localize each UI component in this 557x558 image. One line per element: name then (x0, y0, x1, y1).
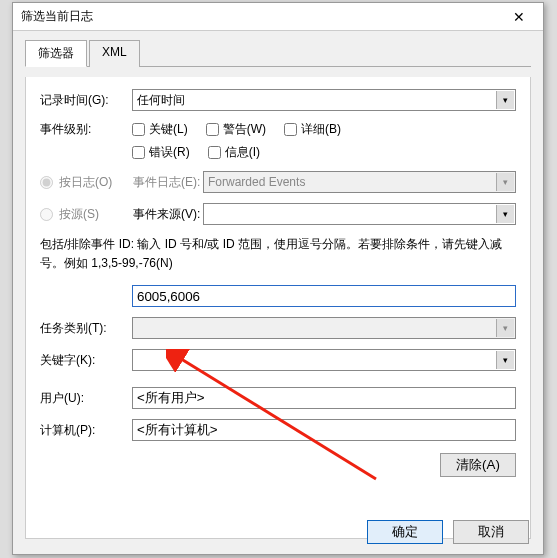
combo-eventlogs: Forwarded Events ▾ (203, 171, 516, 193)
label-bysource: 按源(S) (59, 206, 133, 223)
dialog-window: 筛选当前日志 ✕ 筛选器 XML 记录时间(G): 任何时间 ▾ 事件级别: 关… (12, 2, 544, 555)
cb-verbose[interactable]: 详细(B) (284, 121, 341, 138)
combo-eventsources[interactable]: ▾ (203, 203, 516, 225)
label-computer: 计算机(P): (40, 422, 132, 439)
help-text: 包括/排除事件 ID: 输入 ID 号和/或 ID 范围，使用逗号分隔。若要排除… (40, 235, 516, 273)
cb-error[interactable]: 错误(R) (132, 144, 190, 161)
chevron-down-icon: ▾ (496, 173, 514, 191)
label-logged: 记录时间(G): (40, 92, 132, 109)
combo-keywords[interactable]: ▾ (132, 349, 516, 371)
cb-info[interactable]: 信息(I) (208, 144, 260, 161)
input-eventids[interactable] (132, 285, 516, 307)
combo-task: ▾ (132, 317, 516, 339)
label-task: 任务类别(T): (40, 320, 132, 337)
clear-button[interactable]: 清除(A) (440, 453, 516, 477)
label-keywords: 关键字(K): (40, 352, 132, 369)
input-user[interactable] (132, 387, 516, 409)
chevron-down-icon: ▾ (496, 91, 514, 109)
ok-button[interactable]: 确定 (367, 520, 443, 544)
chevron-down-icon: ▾ (496, 205, 514, 223)
combo-eventlogs-value: Forwarded Events (208, 175, 305, 189)
chevron-down-icon: ▾ (496, 319, 514, 337)
cb-warning[interactable]: 警告(W) (206, 121, 266, 138)
label-eventsources: 事件来源(V): (133, 206, 203, 223)
tab-row: 筛选器 XML (25, 39, 531, 67)
input-computer[interactable] (132, 419, 516, 441)
label-eventlogs: 事件日志(E): (133, 174, 203, 191)
label-level: 事件级别: (40, 121, 132, 138)
label-bylog: 按日志(O) (59, 174, 133, 191)
close-icon[interactable]: ✕ (499, 4, 539, 30)
cancel-button[interactable]: 取消 (453, 520, 529, 544)
combo-logged-value: 任何时间 (137, 92, 185, 109)
combo-logged[interactable]: 任何时间 ▾ (132, 89, 516, 111)
window-title: 筛选当前日志 (21, 8, 93, 25)
footer-buttons: 确定 取消 (367, 520, 529, 544)
content-area: 筛选器 XML 记录时间(G): 任何时间 ▾ 事件级别: 关键(L) 警告(W… (13, 31, 543, 539)
label-user: 用户(U): (40, 390, 132, 407)
titlebar: 筛选当前日志 ✕ (13, 3, 543, 31)
tab-xml[interactable]: XML (89, 40, 140, 67)
cb-critical[interactable]: 关键(L) (132, 121, 188, 138)
radio-bysource[interactable] (40, 208, 53, 221)
form-area: 记录时间(G): 任何时间 ▾ 事件级别: 关键(L) 警告(W) 详细(B) … (25, 77, 531, 539)
tab-filter[interactable]: 筛选器 (25, 40, 87, 67)
chevron-down-icon: ▾ (496, 351, 514, 369)
radio-bylog[interactable] (40, 176, 53, 189)
